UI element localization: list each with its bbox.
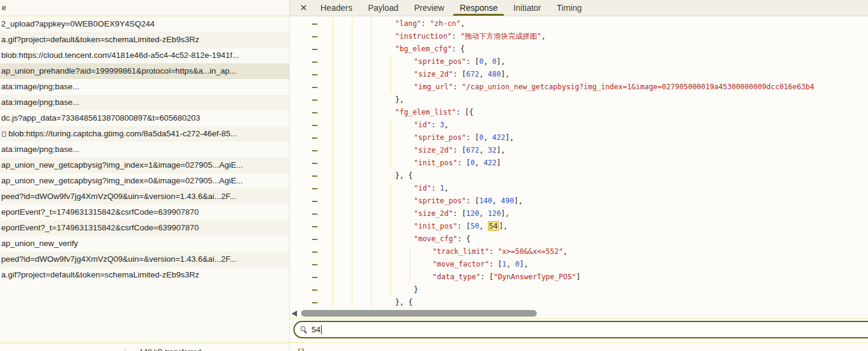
code-line: "lang": "zh-cn", bbox=[290, 17, 868, 30]
fold-marker[interactable] bbox=[312, 201, 317, 202]
fold-marker[interactable] bbox=[312, 289, 317, 291]
fold-marker[interactable] bbox=[312, 24, 317, 25]
indent-guide bbox=[390, 119, 391, 169]
search-icon bbox=[301, 326, 307, 333]
tab-timing[interactable]: Timing bbox=[550, 0, 589, 16]
code-line: "id": 1, bbox=[290, 182, 868, 195]
code-line: "init_pos": [0, 422] bbox=[290, 157, 868, 169]
code-line: "init_pos": [50, 54], bbox=[290, 220, 868, 233]
fold-marker[interactable] bbox=[312, 251, 317, 253]
network-request-row[interactable]: ap_union_new_getcapbysig?img_index=1&ima… bbox=[0, 157, 289, 173]
fold-marker[interactable] bbox=[312, 62, 317, 63]
tab-initiator[interactable]: Initiator bbox=[507, 0, 548, 16]
tab-response[interactable]: Response bbox=[453, 0, 504, 16]
request-name-text: eportEvent?_t=1749631315842&csrfCode=639… bbox=[1, 220, 199, 236]
network-request-row[interactable]: eportEvent?_t=1749631315842&csrfCode=639… bbox=[0, 204, 289, 220]
network-request-row[interactable]: ap_union_new_getcapbysig?img_index=0&ima… bbox=[0, 173, 289, 189]
name-column-header[interactable]: e bbox=[0, 0, 289, 16]
requests-list: 2_upload?appkey=0WEB0OEX9Y4SQ244a.gif?pr… bbox=[0, 16, 289, 283]
fold-marker[interactable] bbox=[312, 36, 317, 37]
network-request-row[interactable]: a.gif?project=default&token=schemaLimite… bbox=[0, 32, 289, 48]
request-name-text: ata:image/png;base... bbox=[1, 79, 80, 95]
details-tabbar: ✕ HeadersPayloadPreviewResponseInitiator… bbox=[290, 0, 868, 16]
fold-marker[interactable] bbox=[312, 226, 317, 227]
code-line: "id": 3, bbox=[290, 119, 868, 131]
fold-marker[interactable] bbox=[312, 112, 317, 113]
fold-marker[interactable] bbox=[312, 49, 317, 50]
code-line: } bbox=[290, 283, 868, 296]
network-request-row[interactable]: blob:https://cloud.tencent.com/4181e46d-… bbox=[0, 48, 289, 63]
network-request-row[interactable]: ata:image/png;base... bbox=[0, 79, 289, 95]
code-line: "fg_elem_list": [{ bbox=[290, 106, 868, 119]
fold-marker[interactable] bbox=[312, 163, 317, 164]
indent-guide bbox=[352, 17, 352, 308]
file-icon bbox=[2, 131, 6, 137]
code-line: }, bbox=[290, 93, 868, 106]
code-line: "img_url": "/cap_union_new_getcapbysig?i… bbox=[290, 81, 868, 93]
search-input[interactable]: 54 bbox=[293, 321, 868, 338]
code-line: }, { bbox=[290, 169, 868, 182]
fold-marker[interactable] bbox=[312, 138, 317, 139]
fold-marker[interactable] bbox=[312, 100, 317, 101]
request-name-text: eportEvent?_t=1749631315842&csrfCode=639… bbox=[1, 204, 199, 220]
fold-marker[interactable] bbox=[312, 239, 317, 240]
code-line: "move_cfg": { bbox=[290, 233, 868, 245]
network-request-row[interactable]: peed?id=dWOw9fv7jg4XmVzQ09&uin=&version=… bbox=[0, 189, 289, 204]
network-request-row[interactable]: ata:image/png;base... bbox=[0, 142, 289, 157]
response-footer-bar: {} bbox=[290, 343, 868, 351]
tab-preview[interactable]: Preview bbox=[408, 0, 451, 16]
code-line: "size_2d": [672, 32], bbox=[290, 144, 868, 157]
fold-marker[interactable] bbox=[312, 87, 317, 88]
network-request-row[interactable]: ata:image/png;base... bbox=[0, 95, 289, 110]
network-request-row[interactable]: ap_union_new_verify bbox=[0, 236, 289, 251]
code-line: "data_type": ["DynAnswerType_POS"] bbox=[290, 271, 868, 283]
indent-guide bbox=[390, 182, 391, 296]
fold-marker[interactable] bbox=[312, 188, 317, 189]
devtools-network-panel: e 2_upload?appkey=0WEB0OEX9Y4SQ244a.gif?… bbox=[0, 0, 868, 351]
fold-marker[interactable] bbox=[312, 213, 317, 215]
fold-marker[interactable] bbox=[312, 74, 317, 75]
request-name-text: peed?id=dWOw9fv7jg4XmVzQ09&uin=&version=… bbox=[1, 251, 237, 267]
indent-guide bbox=[410, 245, 410, 283]
indent-guide bbox=[371, 17, 372, 308]
network-summary-bar: | 148 kB transferred bbox=[0, 343, 289, 351]
network-request-row[interactable]: 2_upload?appkey=0WEB0OEX9Y4SQ244 bbox=[0, 16, 289, 32]
fold-marker[interactable] bbox=[312, 176, 317, 177]
summary-separator: | bbox=[124, 348, 126, 351]
request-name-text: ap_union_new_getcapbysig?img_index=0&ima… bbox=[1, 173, 243, 189]
network-request-row[interactable]: eportEvent?_t=1749631315842&csrfCode=639… bbox=[0, 220, 289, 236]
tabs-container: HeadersPayloadPreviewResponseInitiatorTi… bbox=[313, 0, 590, 16]
code-line: "sprite_pos": [140, 490], bbox=[290, 195, 868, 207]
fold-marker[interactable] bbox=[312, 264, 317, 265]
request-details-panel: ✕ HeadersPayloadPreviewResponseInitiator… bbox=[290, 0, 868, 351]
response-body-viewer: "lang": "zh-cn","instruction": "拖动下方滑块完成… bbox=[290, 16, 868, 309]
code-line: "size_2d": [120, 120], bbox=[290, 207, 868, 220]
code-line: "move_factor": [1, 0], bbox=[290, 258, 868, 271]
fold-marker[interactable] bbox=[312, 125, 317, 126]
search-match-highlight: 54 bbox=[488, 221, 499, 231]
indent-guide bbox=[333, 17, 333, 308]
request-name-text: ata:image/png;base... bbox=[1, 95, 80, 110]
tab-headers[interactable]: Headers bbox=[314, 0, 359, 16]
format-json-button[interactable]: {} bbox=[296, 347, 306, 351]
fold-marker[interactable] bbox=[312, 150, 317, 151]
network-request-row[interactable]: peed?id=dWOw9fv7jg4XmVzQ09&uin=&version=… bbox=[0, 251, 289, 267]
fold-marker[interactable] bbox=[312, 302, 317, 303]
network-request-row[interactable]: blob:https://turing.captcha.gtimg.com/8a… bbox=[0, 126, 289, 142]
code-line: "bg_elem_cfg": { bbox=[290, 43, 868, 55]
request-name-text: ap_union_prehandle?aid=199999861&protoco… bbox=[1, 63, 236, 79]
fold-marker[interactable] bbox=[312, 277, 317, 278]
scrollbar-left-arrow-icon[interactable] bbox=[292, 311, 297, 317]
code-line: "instruction": "拖动下方滑块完成拼图", bbox=[290, 30, 868, 43]
request-name-text: blob:https://cloud.tencent.com/4181e46d-… bbox=[1, 48, 239, 63]
network-request-row[interactable]: a.gif?project=default&token=schemaLimite… bbox=[0, 267, 289, 283]
network-request-row[interactable]: ap_union_prehandle?aid=199999861&protoco… bbox=[0, 63, 289, 79]
code-line: }, { bbox=[290, 296, 868, 309]
scrollbar-thumb[interactable] bbox=[301, 310, 537, 317]
network-request-row[interactable]: dc.js?app_data=7338485613870800897&t=605… bbox=[0, 110, 289, 126]
close-details-button[interactable]: ✕ bbox=[295, 0, 313, 16]
request-name-text: 2_upload?appkey=0WEB0OEX9Y4SQ244 bbox=[1, 16, 155, 32]
request-name-text: a.gif?project=default&token=schemaLimite… bbox=[1, 267, 199, 283]
search-query-text: 54 bbox=[311, 325, 320, 334]
tab-payload[interactable]: Payload bbox=[361, 0, 405, 16]
